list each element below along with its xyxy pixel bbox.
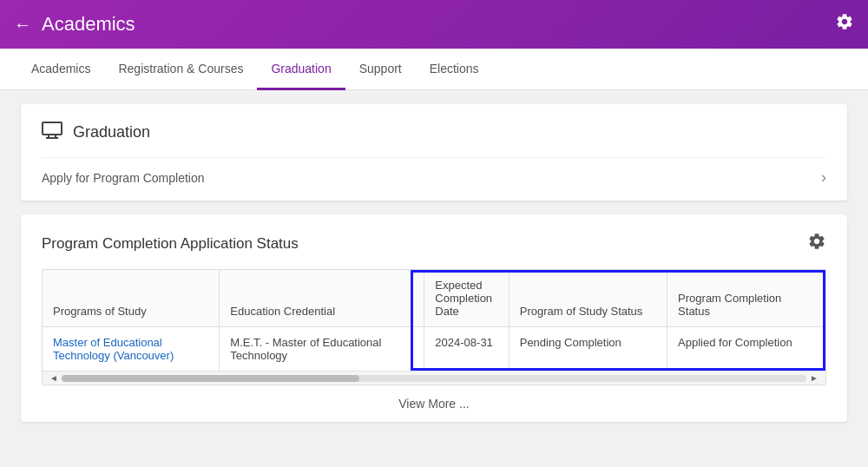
scrollbar-track[interactable] [62, 375, 806, 382]
completion-table-wrapper: Programs of Study Education Credential E… [42, 269, 826, 385]
back-button[interactable]: ← [14, 15, 31, 35]
graduation-card: Graduation Apply for Program Completion … [21, 104, 847, 201]
cell-programs-of-study[interactable]: Master of Educational Technology (Vancou… [43, 327, 220, 372]
col-expected-completion: Expected Completion Date [424, 270, 509, 327]
main-content: Graduation Apply for Program Completion … [0, 90, 868, 467]
apply-program-completion-row[interactable]: Apply for Program Completion › [42, 157, 826, 201]
completion-card: Program Completion Application Status Pr… [21, 214, 847, 422]
tab-graduation[interactable]: Graduation [257, 49, 345, 90]
view-more-link[interactable]: View More ... [398, 397, 469, 411]
cell-expected-date: 2024-08-31 [424, 327, 509, 372]
tab-academics[interactable]: Academics [17, 49, 104, 90]
table-inner: Programs of Study Education Credential E… [43, 270, 825, 385]
table-header-row: Programs of Study Education Credential E… [43, 270, 825, 327]
col-program-study-status: Program of Study Status [509, 270, 667, 327]
settings-icon[interactable] [835, 12, 854, 36]
col-programs-of-study: Programs of Study [43, 270, 220, 327]
cell-education-credential: M.E.T. - Master of Educational Technolog… [220, 327, 424, 372]
scroll-right-arrow[interactable]: ► [806, 373, 822, 383]
completion-card-title: Program Completion Application Status [42, 235, 299, 253]
col-education-credential: Education Credential [220, 270, 424, 327]
app-header: ← Academics [0, 0, 868, 49]
graduation-card-title: Graduation [73, 123, 150, 141]
graduation-screen-icon [42, 122, 62, 143]
chevron-right-icon: › [821, 168, 826, 187]
program-link[interactable]: Master of Educational Technology (Vancou… [53, 336, 174, 362]
graduation-header: Graduation [42, 122, 826, 143]
header-left: ← Academics [14, 13, 135, 36]
scrollbar-thumb[interactable] [62, 375, 359, 382]
completion-settings-icon[interactable] [807, 232, 826, 255]
view-more-row: View More ... [42, 385, 826, 422]
page-title: Academics [42, 13, 135, 36]
completion-card-header: Program Completion Application Status [42, 232, 826, 255]
tab-registration[interactable]: Registration & Courses [104, 49, 257, 90]
horizontal-scrollbar[interactable]: ◄ ► [43, 371, 825, 385]
table-row: Master of Educational Technology (Vancou… [43, 327, 825, 372]
tab-support[interactable]: Support [345, 49, 416, 90]
cell-completion-status: Applied for Completion [667, 327, 825, 372]
apply-program-link: Apply for Program Completion [42, 171, 205, 185]
tab-elections[interactable]: Elections [416, 49, 493, 90]
nav-tabs: Academics Registration & Courses Graduat… [0, 49, 868, 90]
col-program-completion-status: Program Completion Status [667, 270, 825, 327]
completion-table: Programs of Study Education Credential E… [43, 270, 825, 371]
cell-study-status: Pending Completion [509, 327, 667, 372]
scroll-left-arrow[interactable]: ◄ [46, 373, 62, 383]
svg-rect-0 [43, 122, 62, 135]
